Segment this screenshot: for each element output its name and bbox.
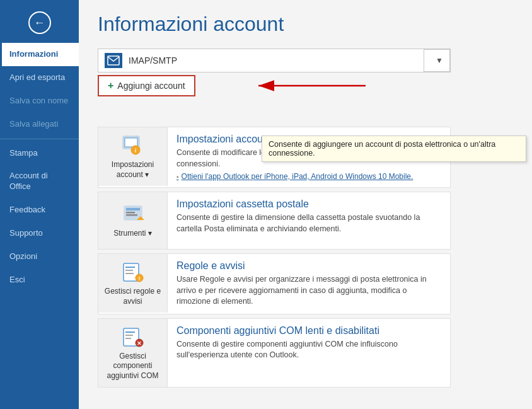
section-card-componenti: ✕ Gestisci componenti aggiuntivi COMComp… bbox=[98, 318, 451, 388]
svg-rect-15 bbox=[125, 273, 134, 274]
add-account-button[interactable]: + Aggiungi account bbox=[98, 75, 195, 96]
svg-rect-0 bbox=[108, 56, 119, 65]
section-content-componenti: Componenti aggiuntivi COM lenti e disabi… bbox=[168, 319, 450, 367]
section-icon-regole: ! bbox=[122, 260, 144, 283]
svg-rect-8 bbox=[126, 208, 140, 210]
sidebar-item-salva-nome: Salva con nome bbox=[0, 89, 79, 113]
svg-text:!: ! bbox=[138, 275, 140, 282]
svg-rect-14 bbox=[125, 270, 133, 271]
section-icon-impostazioni: i bbox=[122, 134, 144, 156]
sidebar-item-esci[interactable]: Esci bbox=[0, 268, 79, 292]
sidebar-item-apri[interactable]: Apri ed esporta bbox=[0, 66, 79, 89]
email-icon bbox=[107, 55, 120, 66]
section-title-componenti: Componenti aggiuntivi COM lenti e disabi… bbox=[176, 325, 441, 337]
section-desc-regole: Usare Regole e avvisi per organizzare i … bbox=[176, 274, 441, 308]
sidebar-item-informazioni[interactable]: Informazioni bbox=[0, 43, 79, 66]
annotation-arrow bbox=[252, 70, 378, 101]
sidebar-item-salva-allegati: Salva allegati bbox=[0, 113, 79, 136]
section-icon-area-componenti[interactable]: ✕ Gestisci componenti aggiuntivi COM bbox=[98, 319, 168, 388]
section-icon-label-cassetta: Strumenti ▾ bbox=[113, 229, 152, 239]
sidebar: ← InformazioniApri ed esportaSalva con n… bbox=[0, 0, 79, 409]
svg-rect-19 bbox=[125, 331, 135, 333]
page-title: Informazioni account bbox=[98, 13, 513, 36]
section-icon-cassetta bbox=[122, 202, 144, 225]
sidebar-item-account-office[interactable]: Account di Office bbox=[0, 164, 79, 199]
section-desc-cassetta: Consente di gestire la dimensione della … bbox=[176, 212, 441, 234]
chevron-down-icon: ▼ bbox=[436, 56, 443, 65]
account-dropdown-button[interactable]: ▼ bbox=[424, 49, 450, 72]
sidebar-item-stampa[interactable]: Stampa bbox=[0, 142, 79, 165]
section-icon-area-regole[interactable]: ! Gestisci regole e avvisi bbox=[98, 254, 168, 313]
sidebar-item-feedback[interactable]: Feedback bbox=[0, 199, 79, 222]
section-content-cassetta: Impostazioni cassetta postaleConsente di… bbox=[168, 192, 450, 241]
tooltip-box: Consente di aggiungere un account di pos… bbox=[262, 135, 526, 162]
section-desc-componenti: Consente di gestire componenti aggiuntiv… bbox=[176, 339, 441, 361]
section-card-regole: ! Gestisci regole e avvisiRegole e avvis… bbox=[98, 253, 451, 314]
svg-rect-10 bbox=[126, 214, 137, 216]
section-icon-label-regole: Gestisci regole e avvisi bbox=[102, 287, 163, 306]
svg-rect-20 bbox=[125, 335, 133, 336]
section-card-cassetta: Strumenti ▾Impostazioni cassetta postale… bbox=[98, 192, 451, 250]
sidebar-item-opzioni[interactable]: Opzioni bbox=[0, 245, 79, 268]
section-icon-label-impostazioni: Impostazioni account ▾ bbox=[102, 160, 163, 180]
svg-rect-9 bbox=[126, 212, 135, 214]
section-icon-componenti: ✕ bbox=[122, 325, 144, 348]
svg-rect-21 bbox=[125, 338, 131, 339]
section-title-cassetta: Impostazioni cassetta postale bbox=[176, 199, 441, 210]
plus-icon: + bbox=[108, 80, 113, 91]
svg-text:✕: ✕ bbox=[137, 340, 142, 347]
account-bar[interactable]: IMAP/SMTP ▼ bbox=[98, 49, 451, 72]
back-button[interactable]: ← bbox=[0, 0, 79, 43]
section-title-regole: Regole e avvisi bbox=[176, 260, 441, 272]
sections-container: i Impostazioni account ▾Impostazioni acc… bbox=[98, 127, 451, 391]
section-icon-area-cassetta[interactable]: Strumenti ▾ bbox=[98, 192, 168, 249]
add-account-label: Aggiungi account bbox=[117, 81, 185, 91]
tooltip-text: Consente di aggiungere un account di pos… bbox=[269, 140, 495, 158]
section-icon-area-impostazioni[interactable]: i Impostazioni account ▾ bbox=[98, 127, 168, 186]
main-content: Informazioni account IMAP/SMTP ▼ + Aggiu… bbox=[79, 0, 532, 409]
sidebar-item-supporto[interactable]: Supporto bbox=[0, 222, 79, 245]
back-circle-icon: ← bbox=[28, 11, 51, 34]
svg-text:i: i bbox=[134, 147, 136, 154]
section-content-regole: Regole e avvisiUsare Regole e avvisi per… bbox=[168, 254, 450, 314]
section-link-impostazioni[interactable]: Ottieni l'app Outlook per iPhone, iPad, … bbox=[176, 172, 441, 181]
sidebar-nav: InformazioniApri ed esportaSalva con nom… bbox=[0, 43, 79, 409]
account-bar-icon bbox=[105, 53, 122, 68]
section-icon-label-componenti: Gestisci componenti aggiuntivi COM bbox=[102, 352, 163, 381]
svg-rect-13 bbox=[125, 267, 135, 268]
account-type-label: IMAP/SMTP bbox=[129, 55, 444, 66]
